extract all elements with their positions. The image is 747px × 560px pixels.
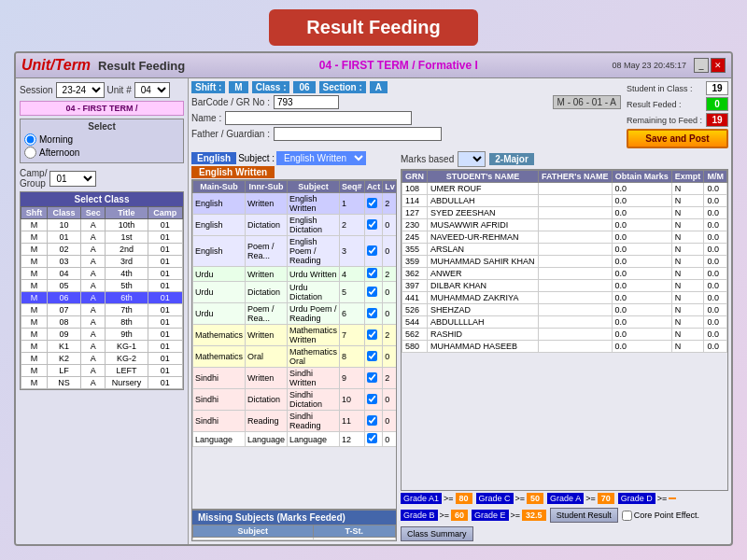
student-table-wrap[interactable]: GRN STUDENT's NAME FATHER's NAME Obtain … [401,169,728,491]
list-item[interactable]: SindhiWrittenSindhi Written92 [193,368,398,389]
act-checkbox[interactable] [367,287,377,297]
act-checkbox[interactable] [367,198,377,208]
student-cell-obtain: 0.0 [612,329,671,341]
class-summary-button[interactable]: Class Summary [401,526,473,541]
close-button[interactable]: ✕ [711,58,726,73]
subj-cell-inner: Reading [246,411,288,432]
student-cell-obtain: 0.0 [612,341,671,353]
table-row[interactable]: 562RASHID0.0N0.0 [402,329,727,341]
table-row[interactable]: 114ABDULLAH0.0N0.0 [402,195,727,207]
list-item[interactable]: SindhiReadingSindhi Reading110 [193,411,398,432]
table-row[interactable]: M10A10th01 [21,219,183,231]
list-item[interactable]: MathematicsOralMathematics Oral80 [193,346,398,368]
student-cell-father [538,304,612,316]
list-item[interactable]: UrduDictationUrdu Dictation50 [193,282,398,303]
minimize-button[interactable]: _ [694,58,709,73]
window-header: Unit/Term Result Feeding 04 - FIRST TERM… [16,53,731,78]
morning-radio-row[interactable]: Morning [24,133,179,146]
student-cell-grn: 562 [402,329,428,341]
table-row[interactable]: 526SHEHZAD0.0N0.0 [402,304,727,316]
barcode-input[interactable] [274,95,339,109]
student-result-button[interactable]: Student Result [550,508,618,523]
student-cell-mm: 0.0 [704,341,727,353]
select-class-title: Select Class [21,192,183,206]
list-item[interactable]: SindhiDictationSindhi Dictation100 [193,389,398,411]
table-row[interactable]: M08A8th01 [21,316,183,329]
subj-cell-subject: Sindhi Written [288,368,340,389]
act-checkbox[interactable] [367,308,377,318]
act-checkbox[interactable] [367,268,377,278]
act-checkbox[interactable] [367,219,377,230]
afternoon-radio-row[interactable]: Afternoon [24,147,179,159]
afternoon-radio[interactable] [24,147,36,159]
written-label-row: English Written [191,166,397,178]
act-checkbox[interactable] [367,245,377,256]
class-cell-title: 3rd [106,256,148,268]
act-checkbox[interactable] [367,433,377,443]
table-row[interactable]: M07A7th01 [21,304,183,316]
act-checkbox[interactable] [367,329,377,340]
subj-cell-main: Sindhi [193,368,246,389]
list-item[interactable]: MathematicsWrittenMathematics Written72 [193,325,398,346]
select-label: Select [22,121,181,132]
save-post-button[interactable]: Save and Post [627,129,728,148]
table-row[interactable]: 127SYED ZEESHAN0.0N0.0 [402,207,727,219]
table-row[interactable]: 397DILBAR KHAN0.0N0.0 [402,280,727,292]
table-row[interactable]: 355ARSLAN0.0N0.0 [402,244,727,256]
table-row[interactable]: MLFALEFT01 [21,365,183,377]
table-row[interactable]: M05A5th01 [21,280,183,292]
act-checkbox[interactable] [367,415,377,426]
table-row[interactable]: 230MUSAWWIR AFRIDI0.0N0.0 [402,219,727,231]
list-item[interactable]: UrduWrittenUrdu Written42 [193,267,398,282]
subj-cell-lv: 2 [383,325,397,346]
table-row[interactable]: M03A3rd01 [21,256,183,268]
subj-cell-inner: Written [246,193,288,215]
table-row[interactable]: M06A6th01 [21,292,183,304]
table-row[interactable]: MK1AKG-101 [21,341,183,353]
list-item[interactable]: LanguageLanguageLanguage120 [193,432,398,447]
subj-cell-subject: English Written [288,193,340,215]
morning-radio[interactable] [24,133,36,146]
camp-group-select[interactable]: 01 [49,171,96,187]
list-item[interactable]: EnglishPoem / Rea...English Poem / Readi… [193,236,398,267]
table-row[interactable]: 580MUHAMMAD HASEEB0.0N0.0 [402,341,727,353]
name-input[interactable] [225,111,412,125]
subj-cell-subject: Mathematics Written [288,325,340,346]
subject-select[interactable]: English Written [276,151,366,165]
table-row[interactable]: 108UMER ROUF0.0N0.0 [402,183,727,195]
table-row[interactable]: M02A2nd01 [21,244,183,256]
student-cell-mm: 0.0 [704,280,727,292]
table-row[interactable]: 359MUHAMMAD SAHIR KHAN0.0N0.0 [402,256,727,268]
subj-cell-lv: 0 [383,346,397,368]
table-row[interactable]: M04A4th01 [21,268,183,280]
act-checkbox[interactable] [367,372,377,383]
table-row[interactable]: 544ABDULLLLAH0.0N0.0 [402,316,727,329]
table-row[interactable]: M01A1st01 [21,231,183,244]
table-row[interactable]: MK2AKG-201 [21,353,183,365]
act-checkbox[interactable] [367,351,377,361]
subject-table-wrap[interactable]: Main-Sub Innr-Sub Subject Seq# Act Lv En… [191,179,397,510]
list-item[interactable]: EnglishDictationEnglish Dictation20 [193,215,398,236]
table-row[interactable]: 245NAVEED-UR-REHMAN0.0N0.0 [402,231,727,244]
subj-cell-subject: Urdu Poem / Reading [288,303,340,325]
table-row[interactable]: M09A9th01 [21,329,183,341]
act-checkbox[interactable] [367,394,377,404]
student-cell-name: MUHAMMAD ZAKRIYA [428,292,539,304]
list-item[interactable]: UrduPoem / Rea...Urdu Poem / Reading60 [193,303,398,325]
father-input[interactable] [274,127,442,141]
class-table-scroll[interactable]: Shft Class Sec Title Camp M10A10th01M01A… [21,206,183,389]
table-row[interactable]: 441MUHAMMAD ZAKRIYA0.0N0.0 [402,292,727,304]
table-row[interactable]: MNSANursery01 [21,377,183,389]
core-point-checkbox[interactable] [622,511,632,521]
unit-select[interactable]: 04 [134,82,170,98]
session-select[interactable]: 23-24 [56,82,105,98]
class-cell-shft: M [21,329,48,341]
page-title: Result Feeding [269,9,477,46]
marks-based-select[interactable] [458,151,486,167]
student-cell-father [538,219,612,231]
list-item[interactable]: EnglishWrittenEnglish Written12 [193,193,398,215]
table-row[interactable]: 362ANWER0.0N0.0 [402,268,727,280]
student-cell-grn: 355 [402,244,428,256]
student-cell-exmpt: N [671,268,704,280]
student-cell-name: ANWER [428,268,539,280]
